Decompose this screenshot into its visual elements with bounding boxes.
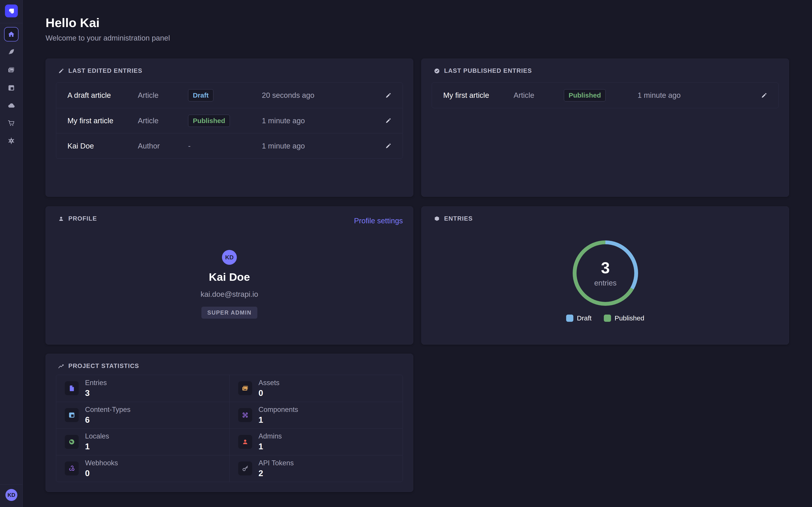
document-icon — [65, 381, 79, 395]
last-edited-entries-card: LAST EDITED ENTRIES A draft article Arti… — [46, 59, 413, 197]
edit-entry-button[interactable] — [759, 91, 769, 100]
entry-type: Article — [514, 91, 564, 100]
strapi-logo-icon — [8, 7, 15, 15]
home-icon — [7, 30, 15, 38]
table-row[interactable]: My first article Article Published 1 min… — [56, 108, 403, 133]
card-title: PROJECT STATISTICS — [68, 362, 139, 370]
stat-api-tokens: API Tokens 2 — [230, 455, 403, 482]
components-icon — [238, 408, 252, 422]
trend-arrow-icon — [58, 363, 64, 370]
sidebar-item-content-manager[interactable] — [4, 81, 18, 95]
card-header: ENTRIES — [434, 215, 473, 222]
status-badge: Draft — [188, 89, 213, 101]
user-avatar[interactable]: KD — [5, 489, 17, 501]
stat-assets: Assets 0 — [230, 375, 403, 402]
stat-label: Assets — [258, 379, 280, 387]
card-title: LAST PUBLISHED ENTRIES — [444, 67, 532, 74]
card-header: PROFILE — [58, 215, 97, 222]
card-header: PROJECT STATISTICS — [58, 362, 139, 370]
user-avatar-initials: KD — [7, 492, 15, 498]
cube-icon — [434, 215, 440, 222]
profile-body: KD Kai Doe kai.doe@strapi.io SUPER ADMIN — [46, 250, 413, 319]
stat-content-types: Content-Types 6 — [56, 402, 230, 429]
profile-card: PROFILE Profile settings KD Kai Doe kai.… — [46, 207, 413, 344]
sidebar-item-cloud[interactable] — [4, 98, 18, 113]
published-swatch — [604, 315, 611, 322]
entry-name: My first article — [67, 116, 138, 125]
status-dash: - — [188, 142, 191, 150]
entry-type: Author — [138, 142, 188, 150]
sidebar-item-media-library[interactable] — [4, 63, 18, 77]
sidebar: KD — [0, 0, 23, 507]
marketplace-cart-icon — [7, 119, 15, 127]
profile-name: Kai Doe — [209, 271, 250, 283]
edit-entry-button[interactable] — [384, 91, 393, 100]
stat-components: Components 1 — [230, 402, 403, 429]
key-icon — [238, 461, 252, 475]
admin-user-icon — [238, 435, 252, 449]
card-title: ENTRIES — [444, 215, 473, 222]
card-title: PROFILE — [68, 215, 97, 222]
stat-label: API Tokens — [258, 459, 294, 467]
pencil-icon — [385, 117, 392, 124]
entry-time: 1 minute ago — [262, 116, 356, 125]
pencil-icon — [385, 92, 392, 99]
edit-entry-button[interactable] — [384, 116, 393, 125]
stat-value: 1 — [258, 442, 282, 451]
media-library-icon — [7, 66, 15, 74]
sidebar-item-home[interactable] — [4, 27, 18, 42]
profile-email: kai.doe@strapi.io — [201, 290, 258, 298]
stat-label: Content-Types — [85, 406, 131, 414]
profile-avatar: KD — [222, 250, 237, 265]
card-header: LAST PUBLISHED ENTRIES — [434, 67, 532, 74]
table-row[interactable]: A draft article Article Draft 20 seconds… — [56, 83, 403, 108]
stat-label: Locales — [85, 432, 109, 440]
table-row[interactable]: My first article Article Published 1 min… — [432, 83, 778, 108]
stat-value: 1 — [258, 415, 298, 425]
stat-value: 3 — [85, 389, 107, 398]
pencil-icon — [761, 92, 768, 99]
stat-value: 6 — [85, 415, 131, 425]
check-circle-icon — [434, 68, 440, 74]
strapi-logo — [5, 4, 18, 17]
stat-label: Admins — [258, 432, 282, 440]
entry-type: Article — [138, 116, 188, 125]
entry-name: Kai Doe — [67, 142, 138, 150]
legend-item-draft: Draft — [566, 314, 592, 322]
sidebar-item-settings[interactable] — [4, 133, 18, 148]
content-type-builder-icon — [7, 48, 15, 56]
last-edited-table: A draft article Article Draft 20 seconds… — [56, 82, 403, 159]
entry-type: Article — [138, 91, 188, 100]
pencil-icon — [58, 68, 64, 74]
webhooks-icon — [65, 461, 79, 475]
sidebar-item-marketplace[interactable] — [4, 116, 18, 130]
stats-grid: Entries 3 Assets 0 Content-Types 6 Compo… — [56, 375, 403, 482]
chart-legend: Draft Published — [421, 314, 789, 322]
card-header: LAST EDITED ENTRIES — [58, 67, 142, 74]
last-published-table: My first article Article Published 1 min… — [432, 82, 779, 108]
draft-swatch — [566, 315, 573, 322]
edit-entry-button[interactable] — [384, 141, 393, 151]
status-badge: Published — [564, 89, 606, 101]
entry-name: My first article — [443, 91, 514, 100]
role-badge: SUPER ADMIN — [201, 307, 257, 319]
stat-value: 2 — [258, 469, 294, 478]
entries-count: 3 — [601, 259, 610, 277]
page-title: Hello Kai — [46, 15, 100, 30]
entry-time: 20 seconds ago — [262, 91, 356, 100]
stat-webhooks: Webhooks 0 — [56, 455, 230, 482]
table-row[interactable]: Kai Doe Author - 1 minute ago — [56, 133, 403, 158]
card-title: LAST EDITED ENTRIES — [68, 67, 142, 74]
stat-admins: Admins 1 — [230, 428, 403, 455]
content-manager-icon — [7, 84, 15, 92]
entries-card: ENTRIES 3 entries Draft Published — [421, 207, 789, 344]
legend-item-published: Published — [604, 314, 645, 322]
pencil-icon — [385, 143, 392, 150]
stat-value: 1 — [85, 442, 109, 451]
profile-settings-link[interactable]: Profile settings — [354, 217, 403, 225]
profile-avatar-initials: KD — [225, 254, 234, 261]
stat-label: Entries — [85, 379, 107, 387]
project-statistics-card: PROJECT STATISTICS Entries 3 Assets 0 Co… — [46, 354, 413, 492]
page-subtitle: Welcome to your administration panel — [46, 34, 170, 42]
sidebar-item-content-type-builder[interactable] — [4, 45, 18, 59]
